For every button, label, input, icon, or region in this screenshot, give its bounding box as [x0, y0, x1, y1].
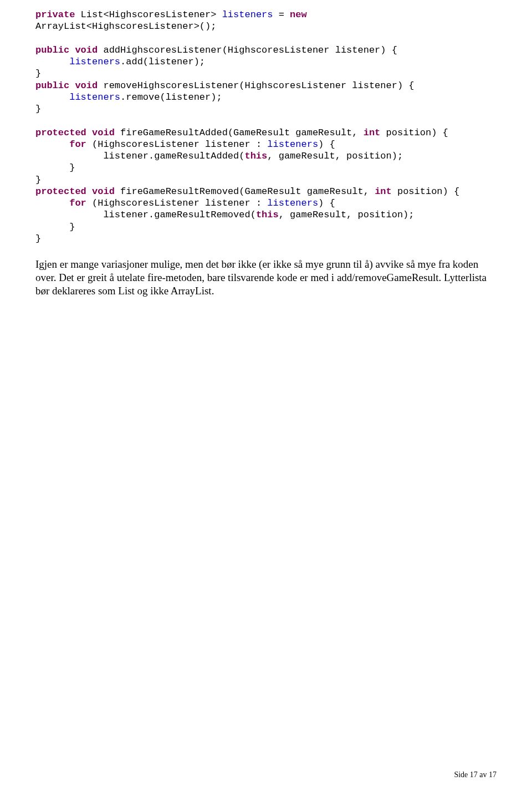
- code-text: [86, 186, 92, 197]
- field-listeners: listeners: [69, 57, 120, 67]
- kw-for: for: [69, 198, 86, 208]
- kw-void: void: [75, 45, 98, 55]
- kw-public: public: [35, 45, 69, 55]
- code-text: listener.gameResultAdded(: [35, 151, 244, 161]
- code-text: ) {: [318, 139, 335, 150]
- code-text: }: [35, 104, 41, 114]
- code-text: }: [35, 175, 41, 185]
- code-text: .remove(listener);: [120, 92, 222, 103]
- kw-int: int: [375, 186, 392, 197]
- kw-private: private: [35, 9, 75, 20]
- indent: [35, 198, 69, 208]
- field-listeners: listeners: [267, 139, 318, 150]
- indent: [35, 92, 69, 103]
- code-text: , gameResult, position);: [279, 210, 415, 220]
- code-text: addHighscoresListener(HighscoresListener…: [98, 45, 397, 55]
- field-listeners: listeners: [222, 9, 273, 20]
- field-listeners: listeners: [69, 92, 120, 103]
- explanation-paragraph: Igjen er mange variasjoner mulige, men d…: [35, 258, 497, 297]
- code-text: listener.gameResultRemoved(: [35, 210, 256, 220]
- kw-void: void: [92, 127, 115, 138]
- code-text: [69, 45, 75, 55]
- code-text: }: [35, 233, 41, 244]
- kw-this: this: [244, 151, 267, 161]
- indent: [35, 139, 69, 150]
- code-text: }: [35, 222, 75, 232]
- code-text: , gameResult, position);: [267, 151, 403, 161]
- code-text: [69, 80, 75, 91]
- code-text: position) {: [392, 186, 459, 197]
- indent: [35, 57, 69, 67]
- code-text: =: [273, 9, 290, 20]
- kw-protected: protected: [35, 186, 86, 197]
- kw-this: this: [256, 210, 279, 220]
- code-text: (HighscoresListener listener :: [86, 198, 267, 208]
- page-footer: Side 17 av 17: [454, 771, 497, 779]
- code-block: private List<HighscoresListener> listene…: [35, 9, 497, 244]
- code-text: removeHighscoresListener(HighscoresListe…: [98, 80, 414, 91]
- kw-void: void: [92, 186, 115, 197]
- code-text: (HighscoresListener listener :: [86, 139, 267, 150]
- code-text: fireGameResultRemoved(GameResult gameRes…: [115, 186, 375, 197]
- code-text: }: [35, 68, 41, 79]
- kw-public: public: [35, 80, 69, 91]
- code-text: ) {: [318, 198, 335, 208]
- kw-int: int: [364, 127, 381, 138]
- kw-protected: protected: [35, 127, 86, 138]
- kw-for: for: [69, 139, 86, 150]
- code-text: .add(listener);: [120, 57, 205, 67]
- code-text: ArrayList<HighscoresListener>();: [35, 21, 216, 32]
- code-text: List<HighscoresListener>: [75, 9, 222, 20]
- code-text: position) {: [380, 127, 448, 138]
- kw-void: void: [75, 80, 98, 91]
- kw-new: new: [290, 9, 307, 20]
- code-text: [86, 127, 92, 138]
- code-text: }: [35, 162, 75, 173]
- code-text: fireGameResultAdded(GameResult gameResul…: [115, 127, 364, 138]
- field-listeners: listeners: [267, 198, 318, 208]
